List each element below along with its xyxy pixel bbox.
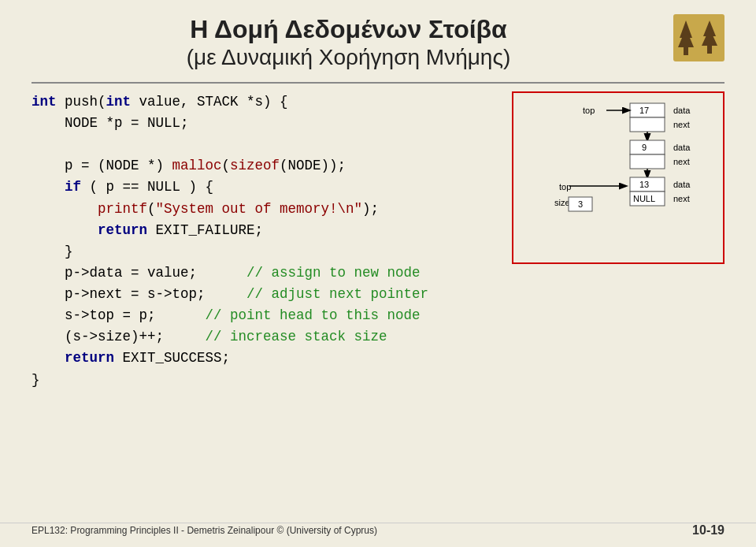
svg-text:top: top — [559, 182, 571, 192]
svg-rect-11 — [630, 117, 665, 132]
code-line-10: s->top = p; // point head to this node — [32, 305, 504, 326]
svg-text:data: data — [673, 106, 691, 115]
title-line1: Η Δομή Δεδομένων Στοίβα — [32, 14, 665, 44]
svg-text:next: next — [673, 120, 690, 129]
code-line-9: p->next = s->top; // adjust next pointer — [32, 284, 504, 305]
keyword-return1: return — [98, 222, 147, 238]
slide-container: Η Δομή Δεδομένων Στοίβα (με Δυναμική Χορ… — [0, 0, 756, 547]
svg-text:3: 3 — [578, 199, 583, 209]
comment-3: // point head to this node — [206, 307, 421, 323]
func-printf: printf — [98, 201, 147, 217]
keyword-if: if — [65, 179, 81, 195]
svg-rect-17 — [630, 154, 665, 169]
code-line-3: p = (NODE *) malloc(sizeof(NODE)); — [32, 155, 504, 177]
code-line-1: int push(int value, STACK *s) { — [32, 91, 504, 113]
func-malloc: malloc — [172, 158, 222, 173]
svg-rect-14 — [630, 140, 665, 154]
code-line-7: } — [32, 241, 504, 262]
header-divider — [32, 82, 724, 84]
keyword-int: int — [32, 94, 57, 110]
university-logo-icon — [673, 14, 724, 61]
title-line1-bold: Στοίβα — [428, 15, 507, 43]
content-area: int push(int value, STACK *s) { NODE *p … — [32, 91, 724, 391]
svg-text:9: 9 — [642, 143, 647, 152]
comment-4: // increase stack size — [206, 329, 387, 344]
slide-number: 10-19 — [692, 523, 724, 538]
title-line2: (με Δυναμική Χορήγηση Μνήμης) — [32, 44, 665, 71]
footer: EPL132: Programming Principles II - Deme… — [0, 523, 756, 538]
header: Η Δομή Δεδομένων Στοίβα (με Δυναμική Χορ… — [32, 14, 724, 71]
keyword-return2: return — [65, 350, 114, 366]
code-line-13: } — [32, 370, 504, 391]
svg-text:data: data — [673, 180, 691, 189]
svg-text:17: 17 — [639, 106, 649, 115]
svg-text:13: 13 — [639, 180, 649, 189]
svg-text:next: next — [673, 157, 690, 166]
code-line-11: (s->size)++; // increase stack size — [32, 326, 504, 348]
code-block: int push(int value, STACK *s) { NODE *p … — [32, 91, 504, 391]
comment-2: // adjust next pointer — [246, 286, 428, 302]
svg-text:data: data — [673, 143, 691, 152]
code-line-4: if ( p == NULL ) { — [32, 177, 504, 198]
diagram-area: 17 17 data next 9 data next — [512, 91, 724, 391]
svg-text:NULL: NULL — [633, 194, 655, 203]
svg-rect-6 — [707, 46, 712, 54]
code-line-6: return EXIT_FAILURE; — [32, 220, 504, 241]
diagram-box: 17 17 data next 9 data next — [512, 91, 724, 264]
svg-text:size: size — [554, 198, 570, 207]
str-literal: "System out of memory!\n" — [156, 201, 363, 217]
title-line1-normal: Η Δομή Δεδομένων — [190, 15, 428, 43]
svg-rect-3 — [684, 47, 688, 55]
svg-text:next: next — [673, 194, 690, 203]
title-block: Η Δομή Δεδομένων Στοίβα (με Δυναμική Χορ… — [32, 14, 665, 71]
code-line-2: NODE *p = NULL; — [32, 113, 504, 134]
code-line-5: printf("System out of memory!\n"); — [32, 199, 504, 220]
logo — [673, 14, 724, 61]
diagram-svg: 17 17 data next 9 data next — [520, 99, 717, 253]
keyword-int2: int — [106, 94, 132, 110]
func-sizeof: sizeof — [230, 158, 280, 173]
code-line-12: return EXIT_SUCCESS; — [32, 348, 504, 369]
code-line-8: p->data = value; // assign to new node — [32, 262, 504, 284]
code-line-blank — [32, 134, 504, 155]
comment-1: // assign to new node — [246, 265, 421, 281]
footer-left: EPL132: Programming Principles II - Deme… — [32, 525, 377, 536]
